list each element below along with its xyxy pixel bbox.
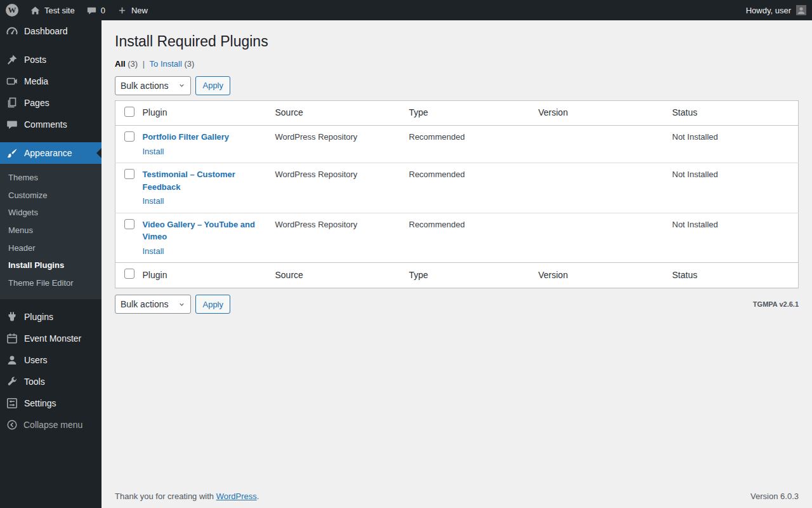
row-checkbox[interactable] [124,169,134,179]
sidebar-label: Collapse menu [23,420,82,430]
sidebar-label: Users [24,355,48,365]
submenu-item-menus[interactable]: Menus [0,222,102,239]
select-all-checkbox[interactable] [124,107,134,117]
submenu-item-install-plugins[interactable]: Install Plugins [0,257,102,274]
plugin-name-link[interactable]: Video Gallery – YouTube and Vimeo [143,220,255,242]
column-header-status: Status [666,100,799,126]
submenu-item-theme-file-editor[interactable]: Theme File Editor [0,274,102,292]
bulk-actions-select[interactable]: Bulk actions [115,295,191,314]
submenu-item-header[interactable]: Header [0,239,102,257]
select-all-checkbox[interactable] [124,269,134,279]
avatar [796,5,806,15]
page-title: Install Required Plugins [115,27,799,54]
tablenav-top: Bulk actions Apply [115,76,799,95]
media-icon [6,75,18,88]
row-checkbox[interactable] [124,219,134,229]
submenu-label: Install Plugins [8,260,64,270]
table-row: Video Gallery – YouTube and Vimeo Instal… [115,213,799,263]
pages-icon [6,97,18,109]
collapse-menu-button[interactable]: Collapse menu [0,414,102,436]
plugin-source: WordPress Repository [269,213,403,263]
install-link[interactable]: Install [143,246,164,256]
footer-thanks: Thank you for creating with WordPress. [115,491,259,501]
submenu-label: Themes [8,173,38,182]
content-area: Install Required Plugins All (3) | To In… [102,0,812,508]
admin-bar-left: W Test site 0 New [0,0,154,20]
plugin-status: Not Installed [666,213,799,263]
comments-count: 0 [101,6,105,15]
plugin-status: Not Installed [666,163,799,213]
pushpin-icon [6,53,18,66]
tablenav-bottom: Bulk actions Apply TGMPA v2.6.1 [115,295,799,314]
sidebar-item-dashboard[interactable]: Dashboard [0,20,102,42]
wordpress-link[interactable]: WordPress [216,491,257,501]
plugin-version [532,213,666,263]
submenu-label: Menus [8,225,33,235]
column-header-source: Source [269,100,403,126]
plugin-name-link[interactable]: Testimonial – Customer Feedback [143,170,235,192]
sidebar-label: Settings [24,398,56,408]
sidebar-item-pages[interactable]: Pages [0,92,102,114]
wordpress-logo-icon: W [6,4,18,17]
new-label: New [131,6,148,15]
bulk-actions-select[interactable]: Bulk actions [115,76,191,95]
plugin-name-link[interactable]: Portfolio Filter Gallery [143,132,230,142]
submenu-item-themes[interactable]: Themes [0,169,102,187]
submenu-item-customize[interactable]: Customize [0,187,102,204]
install-link[interactable]: Install [143,196,164,206]
submenu-label: Header [8,243,36,253]
howdy-label: Howdy, user [746,6,791,15]
tgmpa-version-label: TGMPA v2.6.1 [753,300,799,308]
admin-bar: W Test site 0 New Howdy, user [0,0,812,20]
wordpress-logo-menu[interactable]: W [0,0,24,20]
sidebar-item-media[interactable]: Media [0,70,102,92]
sidebar-item-settings[interactable]: Settings [0,392,102,414]
submenu-item-widgets[interactable]: Widgets [0,204,102,222]
plugin-source: WordPress Repository [269,163,403,213]
sidebar-item-appearance[interactable]: Appearance [0,142,102,164]
install-link[interactable]: Install [143,147,164,156]
filter-all[interactable]: All (3) [115,59,138,69]
plugin-icon [6,311,18,323]
sidebar-label: Posts [24,55,46,65]
plugin-type: Recommended [403,126,532,163]
submenu-label: Theme File Editor [8,278,74,288]
apply-button[interactable]: Apply [195,76,230,95]
filter-to-install-label: To Install [150,59,182,69]
submenu-label: Widgets [8,208,38,217]
sidebar-item-users[interactable]: Users [0,349,102,371]
sidebar-label: Comments [24,119,67,130]
filter-all-label: All [115,59,126,69]
column-header-type: Type [403,100,532,126]
my-account-menu[interactable]: Howdy, user [740,0,812,20]
sidebar-label: Dashboard [24,26,68,36]
page-wrap: Install Required Plugins All (3) | To In… [102,20,812,314]
sidebar-item-plugins[interactable]: Plugins [0,306,102,328]
plugin-version [532,163,666,213]
bulk-actions-top: Bulk actions Apply [115,76,230,95]
footer-thanks-text: Thank you for creating with [115,491,216,501]
table-footer-row: Plugin Source Type Version Status [115,263,799,288]
new-content-menu[interactable]: New [111,0,154,20]
appearance-brush-icon [6,147,18,159]
footer-period: . [257,491,259,501]
plugin-version [532,126,666,163]
sidebar-item-tools[interactable]: Tools [0,371,102,392]
sidebar-label: Tools [24,377,45,387]
comments-menu[interactable]: 0 [81,0,111,20]
apply-button[interactable]: Apply [195,295,230,314]
table-row: Portfolio Filter Gallery Install WordPre… [115,126,799,163]
comment-icon [6,118,18,131]
wrench-icon [6,375,18,388]
calendar-icon [6,332,18,345]
filter-to-install[interactable]: To Install [150,59,182,69]
site-name-menu[interactable]: Test site [24,0,81,20]
bulk-actions-bottom: Bulk actions Apply [115,295,230,314]
site-name-label: Test site [44,6,75,15]
comments-bubble-icon [86,5,97,16]
sidebar-item-posts[interactable]: Posts [0,49,102,70]
sidebar-item-comments[interactable]: Comments [0,114,102,135]
submenu-label: Customize [8,190,47,200]
row-checkbox[interactable] [124,131,134,142]
sidebar-item-event-monster[interactable]: Event Monster [0,328,102,349]
